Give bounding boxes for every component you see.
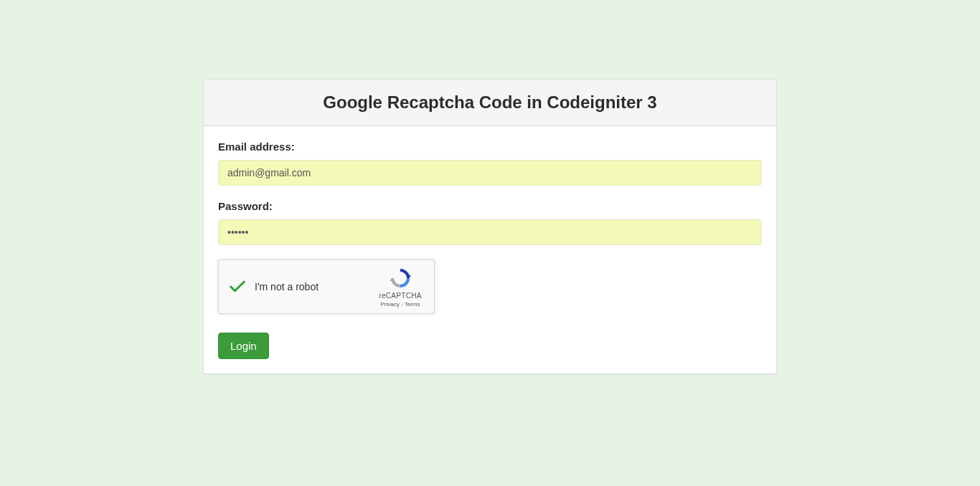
panel-heading: Google Recaptcha Code in Codeigniter 3 xyxy=(204,80,776,126)
recaptcha-privacy-link[interactable]: Privacy xyxy=(381,301,400,308)
email-input[interactable] xyxy=(218,160,762,186)
recaptcha-brand: reCAPTCHA xyxy=(379,292,421,300)
recaptcha-logo-area: reCAPTCHA Privacy - Terms xyxy=(375,267,425,308)
password-input[interactable] xyxy=(218,219,762,245)
recaptcha-widget[interactable]: I'm not a robot reCAPTCHA Privacy - Term… xyxy=(218,259,435,314)
recaptcha-checkmark-icon xyxy=(227,277,248,297)
page-title: Google Recaptcha Code in Codeigniter 3 xyxy=(218,92,762,113)
password-label: Password: xyxy=(218,200,762,212)
email-group: Email address: xyxy=(218,140,762,186)
password-group: Password: xyxy=(218,200,762,245)
login-panel: Google Recaptcha Code in Codeigniter 3 E… xyxy=(203,79,777,374)
recaptcha-label: I'm not a robot xyxy=(255,281,375,292)
panel-body: Email address: Password: I'm not a robot xyxy=(204,126,776,373)
login-button[interactable]: Login xyxy=(218,333,269,359)
email-label: Email address: xyxy=(218,140,762,153)
recaptcha-logo-icon xyxy=(389,267,412,290)
recaptcha-terms-link[interactable]: Terms xyxy=(405,301,420,308)
recaptcha-separator: - xyxy=(400,301,405,308)
recaptcha-links: Privacy - Terms xyxy=(381,301,420,308)
